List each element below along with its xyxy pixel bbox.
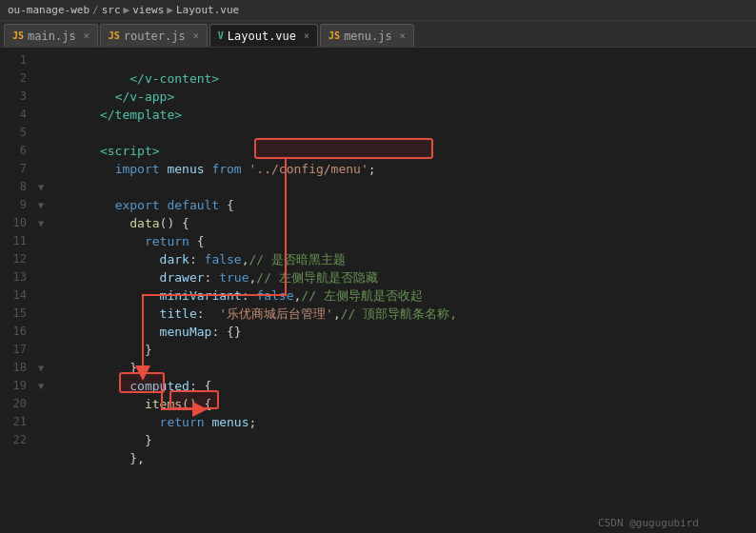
code-line-8: export default { [55, 178, 748, 196]
breadcrumb-root: ou-manage-web [8, 4, 90, 16]
code-line-11: dark: false,// 是否暗黑主题 [55, 232, 748, 250]
breadcrumb-file: Layout.vue [176, 4, 239, 16]
fold-1 [34, 51, 48, 69]
fold-11 [34, 232, 48, 250]
line-num-9: 9 [0, 196, 34, 214]
line-num-8: 8 [0, 178, 34, 196]
tab-router[interactable]: JS router.js × [100, 24, 208, 47]
js-icon: JS [12, 30, 24, 41]
code-line-12: drawer: true,// 左侧导航是否隐藏 [55, 250, 748, 268]
code-line-10: return { [55, 214, 748, 232]
fold-8: ▼ [34, 178, 48, 196]
tab-layout-label: Layout.vue [228, 30, 296, 43]
fold-22 [34, 431, 48, 449]
line-num-11: 11 [0, 232, 34, 250]
line-num-10: 10 [0, 214, 34, 232]
tab-router-label: router.js [124, 30, 186, 43]
tab-menu-label: menu.js [344, 30, 392, 43]
fold-7 [34, 160, 48, 178]
code-line-19: items() { [55, 377, 748, 395]
tab-layout-close[interactable]: × [304, 30, 309, 41]
tab-bar: JS main.js × JS router.js × V Layout.vue… [0, 21, 756, 48]
sep1: / [92, 4, 99, 16]
code-line-22: }, [55, 431, 748, 449]
fold-column: ▼ ▼ ▼ ▼ ▼ [34, 48, 48, 533]
close-brace3: }, [100, 451, 145, 465]
tab-router-close[interactable]: × [193, 30, 199, 41]
tab-menu[interactable]: JS menu.js × [320, 24, 414, 47]
vue-icon: V [218, 30, 224, 41]
line-num-14: 14 [0, 286, 34, 305]
tab-menu-close[interactable]: × [400, 30, 406, 41]
code-line-6: import menus from '../config/menu'; [55, 142, 748, 160]
fold-16 [34, 323, 48, 341]
line-num-1: 1 [0, 51, 34, 69]
line-num-15: 15 [0, 305, 34, 323]
editor: 1 2 3 4 5 6 7 8 9 10 11 12 13 14 15 16 1… [0, 48, 756, 533]
line-num-18: 18 [0, 359, 34, 377]
line-num-2: 2 [0, 69, 34, 88]
line-num-12: 12 [0, 250, 34, 268]
line-num-19: 19 [0, 377, 34, 395]
fold-19: ▼ [34, 377, 48, 395]
code-line-3: </template> [55, 88, 748, 106]
code-line-7 [55, 160, 748, 178]
code-line-13: miniVariant: false,// 左侧导航是否收起 [55, 268, 748, 286]
code-line-9: data() { [55, 196, 748, 214]
tab-layout[interactable]: V Layout.vue × [209, 24, 318, 47]
line-num-20: 20 [0, 395, 34, 413]
code-line-2: </v-app> [55, 69, 748, 88]
code-line-5: <script> [55, 124, 748, 142]
fold-3 [34, 88, 48, 106]
line-num-7: 7 [0, 160, 34, 178]
title-bar: ou-manage-web / src ▶ views ▶ Layout.vue [0, 0, 756, 21]
fold-14 [34, 286, 48, 305]
fold-12 [34, 250, 48, 268]
fold-17 [34, 341, 48, 359]
tab-main-close[interactable]: × [84, 30, 90, 41]
line-num-6: 6 [0, 142, 34, 160]
code-line-17: }, [55, 341, 748, 359]
breadcrumb-src: src [102, 4, 121, 16]
code-area[interactable]: </v-content> </v-app> </template> <scrip… [48, 48, 756, 533]
code-line-15: menuMap: {} [55, 305, 748, 323]
sep3: ▶ [167, 4, 173, 16]
line-num-21: 21 [0, 413, 34, 431]
line-num-16: 16 [0, 323, 34, 341]
watermark-text: CSDN @gugugubird [598, 517, 699, 529]
line-numbers: 1 2 3 4 5 6 7 8 9 10 11 12 13 14 15 16 1… [0, 48, 34, 533]
fold-4 [34, 106, 48, 124]
line-num-3: 3 [0, 88, 34, 106]
fold-2 [34, 69, 48, 88]
line-num-5: 5 [0, 124, 34, 142]
line-num-13: 13 [0, 268, 34, 286]
tab-main[interactable]: JS main.js × [4, 24, 98, 47]
watermark: CSDN @gugugubird [598, 517, 699, 529]
line-num-4: 4 [0, 106, 34, 124]
code-line-16: } [55, 323, 748, 341]
tab-main-label: main.js [28, 30, 76, 43]
code-line-4 [55, 106, 748, 124]
line-num-22: 22 [0, 431, 34, 449]
fold-18: ▼ [34, 359, 48, 377]
code-line-18: computed: { [55, 359, 748, 377]
fold-6 [34, 142, 48, 160]
breadcrumb-views: views [132, 4, 164, 16]
line-num-17: 17 [0, 341, 34, 359]
sep2: ▶ [124, 4, 130, 16]
code-line-1: </v-content> [55, 51, 748, 69]
fold-9: ▼ [34, 196, 48, 214]
fold-10: ▼ [34, 214, 48, 232]
fold-21 [34, 413, 48, 431]
js-icon-menu: JS [328, 30, 340, 41]
js-icon-router: JS [109, 30, 120, 41]
fold-15 [34, 305, 48, 323]
code-line-21: } [55, 413, 748, 431]
fold-13 [34, 268, 48, 286]
fold-20 [34, 395, 48, 413]
code-line-14: title: '乐优商城后台管理',// 顶部导航条名称, [55, 286, 748, 305]
code-line-20: return menus; [55, 395, 748, 413]
fold-5 [34, 124, 48, 142]
